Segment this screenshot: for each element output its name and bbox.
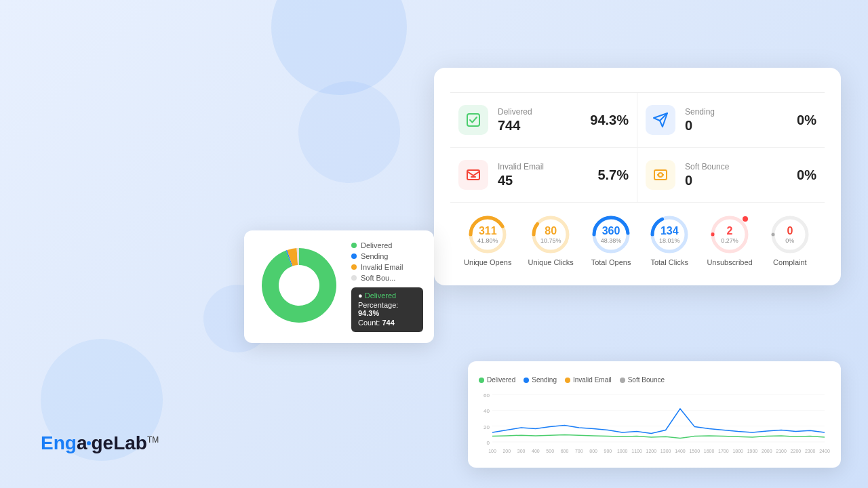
svg-text:40: 40	[484, 408, 490, 414]
svg-text:1300: 1300	[660, 449, 671, 453]
svg-text:600: 600	[561, 449, 569, 453]
line-chart-legend: Delivered Sending Invalid Email Soft Bou…	[479, 376, 830, 384]
metric-item-complaint: 0 0% Complaint	[769, 214, 811, 266]
line-chart-card: Delivered Sending Invalid Email Soft Bou…	[468, 361, 841, 468]
legend-item: Soft Bou...	[351, 274, 423, 282]
metric-item-unique-clicks: 80 10.75% Unique Clicks	[528, 214, 574, 266]
logo: EngageLabTM	[41, 432, 159, 454]
svg-text:1400: 1400	[675, 449, 686, 453]
pie-wrapper: DeliveredSendingInvalid EmailSoft Bou...…	[255, 241, 423, 332]
delivery-item-sending: Sending 0 0%	[637, 93, 825, 148]
sending-icon	[646, 105, 675, 135]
metric-item-unsubscribed: 2 0.27% Unsubscribed	[707, 214, 752, 266]
dashboard-main: Delivered 744 94.3% Sending 0 0%	[434, 68, 841, 285]
pie-svg	[255, 241, 343, 329]
svg-text:200: 200	[502, 449, 511, 453]
stats-header	[450, 81, 825, 93]
delivery-grid: Delivered 744 94.3% Sending 0 0%	[450, 93, 825, 203]
legend-item: Delivered	[351, 241, 423, 249]
svg-text:500: 500	[546, 449, 554, 453]
svg-text:0: 0	[487, 440, 490, 446]
legend-softbounce: Soft Bounce	[620, 376, 665, 384]
pie-right: DeliveredSendingInvalid EmailSoft Bou...…	[351, 241, 423, 332]
bounce-icon	[646, 160, 675, 190]
metric-item-unique-opens: 311 41.80% Unique Opens	[464, 214, 511, 266]
svg-text:20: 20	[484, 424, 490, 430]
pie-tooltip: ● Delivered Percentage: 94.3% Count: 744	[351, 287, 423, 332]
svg-text:1000: 1000	[617, 449, 628, 453]
svg-text:1500: 1500	[689, 449, 700, 453]
svg-point-4	[658, 173, 663, 177]
metric-item-total-clicks: 134 18.01% Total Clicks	[648, 214, 690, 266]
delivery-item-delivered: Delivered 744 94.3%	[450, 93, 637, 148]
line-chart-svg: 6040200100200300400500600700800900100011…	[479, 388, 831, 455]
bg-decoration-2	[298, 81, 400, 183]
legend-dot-invalid	[565, 378, 570, 383]
svg-text:2400: 2400	[819, 449, 830, 453]
legend-item: Invalid Email	[351, 263, 423, 271]
delivery-item-invalid: Invalid Email 45 5.7%	[450, 148, 637, 203]
delivery-item-softbounce: Soft Bounce 0 0%	[637, 148, 825, 203]
legend-delivered: Delivered	[479, 376, 515, 384]
svg-text:1800: 1800	[732, 449, 743, 453]
svg-text:2200: 2200	[791, 449, 802, 453]
pie-chart-card: DeliveredSendingInvalid EmailSoft Bou...…	[244, 230, 434, 343]
svg-text:1100: 1100	[631, 449, 642, 453]
svg-text:1600: 1600	[704, 449, 715, 453]
svg-text:100: 100	[488, 449, 496, 453]
legend-sending: Sending	[524, 376, 557, 384]
logo-text: EngageLabTM	[41, 432, 159, 454]
svg-text:2100: 2100	[776, 449, 787, 453]
left-panel	[41, 41, 366, 61]
svg-text:400: 400	[532, 449, 540, 453]
svg-text:700: 700	[575, 449, 583, 453]
delivered-icon	[458, 105, 488, 135]
svg-text:1700: 1700	[718, 449, 729, 453]
svg-text:300: 300	[517, 449, 526, 453]
svg-text:60: 60	[484, 392, 490, 399]
pie-chart	[255, 241, 343, 332]
metric-item-total-opens: 360 48.38% Total Opens	[590, 214, 632, 266]
legend-dot-softbounce	[620, 378, 625, 383]
svg-text:900: 900	[604, 449, 612, 453]
svg-text:800: 800	[589, 449, 597, 453]
svg-text:2000: 2000	[762, 449, 772, 453]
pie-legend: DeliveredSendingInvalid EmailSoft Bou...	[351, 241, 423, 282]
svg-rect-3	[654, 170, 667, 180]
svg-text:1900: 1900	[747, 449, 758, 453]
svg-text:1200: 1200	[646, 449, 657, 453]
svg-text:2300: 2300	[805, 449, 816, 453]
legend-item: Sending	[351, 252, 423, 260]
invalid-icon	[458, 160, 488, 190]
legend-dot-sending	[524, 378, 529, 383]
legend-dot-delivered	[479, 378, 484, 383]
metrics-row: 311 41.80% Unique Opens 80 10.75% Unique…	[450, 203, 825, 272]
svg-rect-0	[467, 114, 479, 126]
legend-invalid: Invalid Email	[565, 376, 612, 384]
